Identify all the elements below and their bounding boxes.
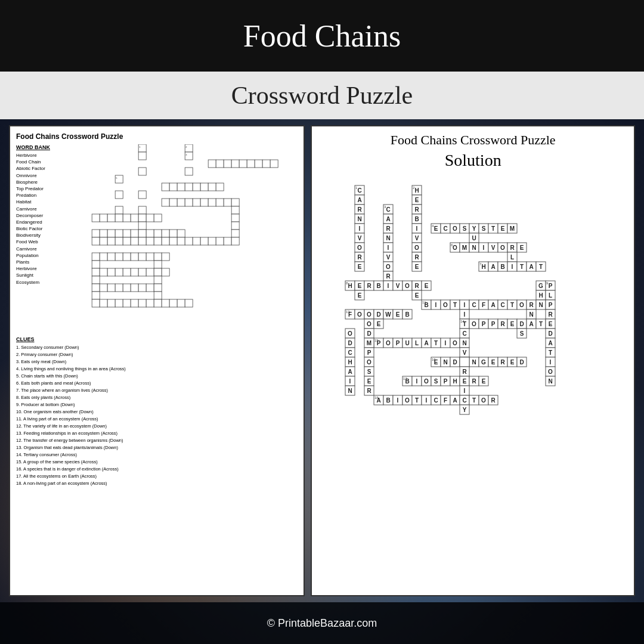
solution-grid-container: .sc { fill:white; stroke:#555; stroke-wi…: [318, 176, 628, 516]
svg-text:H: H: [348, 283, 352, 289]
svg-text:P: P: [482, 321, 486, 327]
svg-text:E: E: [415, 264, 419, 270]
svg-rect-134: [92, 299, 100, 307]
svg-rect-118: [162, 268, 169, 276]
svg-rect-77: [107, 237, 115, 245]
svg-text:W: W: [385, 311, 391, 318]
svg-rect-100: [123, 253, 131, 261]
svg-text:A: A: [530, 264, 534, 270]
svg-rect-127: [131, 284, 138, 292]
svg-text:E: E: [377, 321, 381, 327]
svg-text:B: B: [377, 283, 381, 289]
svg-text:H: H: [482, 264, 486, 270]
svg-text:T: T: [491, 225, 495, 232]
svg-rect-123: [100, 284, 107, 292]
word-bank-list: Herbivore Food Chain Abiotic Factor Omni…: [16, 152, 64, 286]
left-panel-title: Food Chains Crossword Puzzle: [16, 132, 298, 141]
svg-rect-30: [138, 191, 146, 199]
svg-text:C: C: [472, 302, 476, 308]
svg-text:C: C: [358, 187, 362, 194]
svg-rect-113: [123, 268, 131, 276]
svg-text:P: P: [396, 340, 400, 346]
svg-text:O: O: [453, 340, 457, 346]
svg-text:L: L: [510, 254, 514, 261]
svg-rect-128: [138, 284, 146, 292]
svg-text:A: A: [358, 197, 362, 203]
svg-rect-131: [92, 292, 100, 299]
svg-rect-26: [193, 183, 200, 191]
svg-rect-15: [262, 160, 270, 168]
svg-text:B: B: [405, 311, 410, 318]
svg-rect-17: [138, 168, 146, 175]
word-bank-item: Herbivore: [16, 152, 64, 159]
svg-rect-51: [115, 214, 123, 222]
svg-text:E: E: [549, 321, 553, 327]
svg-rect-104: [154, 253, 162, 261]
svg-text:A: A: [491, 302, 496, 308]
svg-text:H: H: [539, 292, 543, 299]
svg-rect-101: [131, 253, 138, 261]
word-bank-item: Predation: [16, 192, 64, 199]
svg-text:T: T: [539, 264, 543, 270]
svg-rect-112: [115, 268, 123, 276]
svg-rect-140: [138, 299, 146, 307]
svg-text:O: O: [472, 321, 476, 327]
svg-text:H: H: [415, 187, 419, 194]
svg-rect-80: [131, 237, 138, 245]
svg-rect-92: [216, 237, 224, 245]
svg-rect-69: [154, 230, 162, 237]
svg-rect-87: [177, 237, 185, 245]
svg-text:R: R: [472, 378, 477, 385]
solution-grid-svg: .sc { fill:white; stroke:#555; stroke-wi…: [336, 176, 610, 516]
svg-rect-138: [123, 299, 131, 307]
svg-rect-126: [123, 284, 131, 292]
clue-item: 4. Living things and nonliving things in…: [16, 366, 298, 373]
svg-text:S: S: [520, 330, 524, 337]
svg-rect-91: [208, 237, 216, 245]
svg-text:P: P: [491, 321, 496, 327]
svg-text:P: P: [549, 302, 553, 308]
svg-text:L: L: [415, 340, 419, 346]
svg-text:G: G: [538, 283, 543, 289]
clue-item: 12. The transfer of energy between organ…: [16, 437, 298, 444]
svg-text:E: E: [425, 283, 429, 289]
svg-rect-130: [154, 284, 162, 292]
svg-text:O: O: [386, 264, 391, 270]
svg-text:A: A: [530, 321, 534, 327]
svg-text:O: O: [500, 244, 505, 251]
svg-text:N: N: [539, 302, 543, 308]
svg-text:R: R: [549, 311, 553, 318]
word-bank-item: Ecosystem: [16, 279, 64, 286]
svg-text:R: R: [367, 283, 372, 289]
svg-text:A: A: [425, 340, 429, 346]
svg-text:B: B: [405, 378, 410, 385]
svg-rect-85: [162, 237, 169, 245]
subtitle-area: Crossword Puzzle: [0, 72, 644, 119]
svg-text:O: O: [357, 311, 362, 318]
svg-rect-106: [92, 261, 100, 268]
svg-text:O: O: [443, 302, 448, 308]
svg-rect-33: [162, 199, 169, 206]
svg-text:E: E: [358, 264, 362, 270]
svg-rect-22: [162, 183, 169, 191]
svg-rect-23: [169, 183, 177, 191]
svg-rect-62: [100, 230, 107, 237]
clue-item: 12. The variety of life in an ecosystem …: [16, 423, 298, 430]
svg-rect-34: [169, 199, 177, 206]
svg-text:R: R: [415, 206, 420, 213]
svg-text:I: I: [388, 283, 389, 289]
svg-text:T: T: [434, 340, 438, 346]
svg-text:C: C: [386, 206, 391, 213]
svg-rect-145: [177, 299, 185, 307]
word-bank-item: Carnivore: [16, 206, 64, 212]
svg-text:I: I: [464, 388, 466, 394]
svg-text:D: D: [549, 330, 553, 337]
svg-text:E: E: [396, 311, 400, 318]
svg-rect-141: [146, 299, 154, 307]
word-bank-item: Population: [16, 252, 64, 259]
svg-text:D: D: [520, 359, 524, 366]
clue-item: 13. Organism that eats dead plants/anima…: [16, 444, 298, 451]
clue-item: 7. The place where an organism lives (Ac…: [16, 387, 298, 394]
word-bank-item: Herbivore: [16, 265, 64, 272]
svg-rect-116: [146, 268, 154, 276]
